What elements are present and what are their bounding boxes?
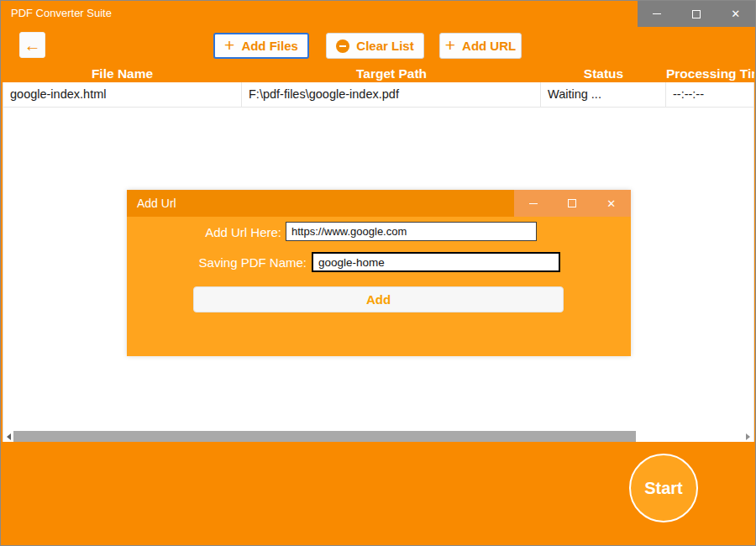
clear-list-label: Clear List bbox=[356, 39, 413, 53]
table-row[interactable]: google-index.html F:\pdf-files\google-in… bbox=[3, 82, 753, 108]
add-files-label: Add Files bbox=[241, 39, 298, 53]
app-window: PDF Converter Suite ✕ ← + Add Files Clea… bbox=[0, 0, 756, 546]
horizontal-scrollbar[interactable] bbox=[3, 431, 754, 442]
dialog-add-button[interactable]: Add bbox=[193, 286, 564, 312]
url-input[interactable] bbox=[286, 222, 537, 241]
dialog-title: Add Url bbox=[137, 197, 176, 210]
minus-circle-icon bbox=[336, 39, 349, 53]
dialog-add-button-label: Add bbox=[366, 292, 391, 307]
scrollbar-thumb[interactable] bbox=[13, 431, 636, 442]
table-header: File Name Target Path Status Processing … bbox=[3, 65, 754, 82]
cell-file-name: google-index.html bbox=[3, 82, 242, 107]
cell-status: Waiting ... bbox=[541, 82, 666, 107]
close-icon: ✕ bbox=[606, 198, 616, 209]
add-url-button[interactable]: + Add URL bbox=[439, 33, 522, 59]
column-header-status[interactable]: Status bbox=[541, 65, 666, 82]
window-controls: ✕ bbox=[638, 1, 755, 27]
cell-processing-time: --:--:-- bbox=[666, 82, 753, 107]
dialog-titlebar: Add Url ✕ bbox=[127, 190, 631, 217]
back-button[interactable]: ← bbox=[19, 32, 45, 58]
plus-icon: + bbox=[445, 36, 455, 54]
url-field-label: Add Url Here: bbox=[127, 225, 281, 239]
pdf-name-field-label: Saving PDF Name: bbox=[127, 255, 307, 270]
scroll-left-icon bbox=[7, 433, 11, 440]
dialog-minimize-button[interactable] bbox=[514, 190, 553, 217]
start-button[interactable]: Start bbox=[629, 454, 698, 522]
column-header-file-name[interactable]: File Name bbox=[3, 65, 242, 82]
bottom-bar: Save Path: ... ✔ View files in Explorer … bbox=[1, 442, 756, 546]
app-title: PDF Converter Suite bbox=[11, 7, 112, 19]
scroll-right-button[interactable] bbox=[743, 431, 753, 442]
maximize-icon bbox=[568, 199, 576, 207]
titlebar: PDF Converter Suite ✕ bbox=[1, 1, 755, 27]
close-icon: ✕ bbox=[731, 8, 740, 19]
pdf-name-input[interactable] bbox=[312, 252, 560, 272]
add-files-button[interactable]: + Add Files bbox=[213, 33, 309, 59]
dialog-maximize-button[interactable] bbox=[553, 190, 591, 217]
start-button-label: Start bbox=[644, 479, 683, 498]
clear-list-button[interactable]: Clear List bbox=[326, 33, 424, 59]
column-header-processing-time[interactable]: Processing Time bbox=[666, 65, 754, 82]
dialog-close-button[interactable]: ✕ bbox=[592, 190, 631, 217]
plus-icon: + bbox=[224, 36, 234, 54]
maximize-icon bbox=[692, 10, 701, 18]
back-arrow-icon: ← bbox=[24, 37, 41, 54]
cell-target-path: F:\pdf-files\google-index.pdf bbox=[242, 82, 541, 107]
add-url-label: Add URL bbox=[462, 39, 516, 53]
dialog-window-controls: ✕ bbox=[514, 190, 631, 217]
scroll-right-icon bbox=[746, 433, 750, 440]
minimize-button[interactable] bbox=[638, 1, 677, 27]
minimize-icon bbox=[653, 13, 661, 14]
close-button[interactable]: ✕ bbox=[716, 1, 755, 27]
column-header-target-path[interactable]: Target Path bbox=[242, 65, 541, 82]
maximize-button[interactable] bbox=[677, 1, 717, 27]
minimize-icon bbox=[529, 203, 538, 204]
dialog-body: Add Url Here: Saving PDF Name: Add bbox=[127, 217, 631, 356]
add-url-dialog: Add Url ✕ Add Url Here: Saving PDF Name:… bbox=[127, 190, 631, 356]
